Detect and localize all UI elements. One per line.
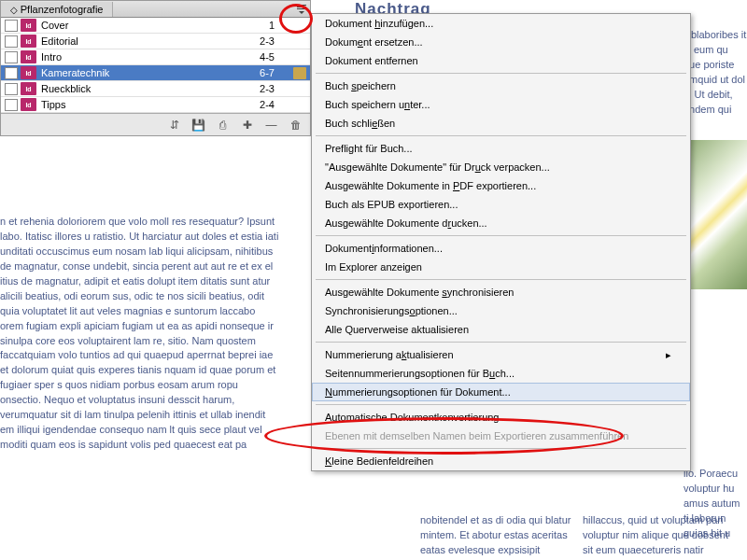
menu-item[interactable]: Ausgewählte Dokumente drucken...: [312, 214, 690, 232]
panel-context-menu: Dokument hinzufügen...Dokument ersetzen.…: [311, 13, 691, 471]
indesign-doc-icon: Id: [21, 82, 36, 95]
doc-pages: 6-7: [260, 67, 275, 78]
doc-name: Kameratechnik: [41, 67, 260, 78]
remove-icon[interactable]: —: [264, 118, 278, 132]
doc-open-icon: [293, 35, 306, 48]
menu-item[interactable]: Preflight für Buch...: [312, 139, 690, 158]
doc-row[interactable]: IdTipps2-4: [1, 97, 310, 113]
doc-row[interactable]: IdRueckblick2-3: [1, 81, 310, 97]
print-icon[interactable]: ⎙: [216, 118, 230, 132]
doc-open-icon: [293, 51, 306, 63]
doc-name: Rueckblick: [41, 83, 260, 94]
doc-pages: 2-3: [260, 35, 275, 47]
indesign-doc-icon: Id: [21, 98, 36, 111]
submenu-arrow-icon: ▸: [666, 349, 671, 361]
menu-item[interactable]: Kleine Bedienfeldreihen: [312, 452, 690, 470]
doc-name: Editorial: [41, 35, 260, 47]
menu-item[interactable]: Ausgewählte Dokumente in PDF exportieren…: [312, 176, 690, 195]
doc-name: Cover: [41, 20, 269, 31]
menu-item[interactable]: Buch speichern unter...: [312, 95, 690, 114]
menu-item[interactable]: "Ausgewählte Dokumente" für Druck verpac…: [312, 158, 690, 176]
doc-open-icon: [293, 20, 306, 32]
trash-icon[interactable]: 🗑: [289, 118, 303, 132]
menu-separator: [316, 235, 686, 236]
doc-row[interactable]: IdIntro4-5: [1, 49, 310, 65]
menu-separator: [316, 342, 686, 343]
panel-header: ◇ Pflanzenfotografie: [1, 1, 310, 18]
doc-name: Intro: [41, 51, 260, 63]
menu-item[interactable]: Dokument hinzufügen...: [312, 14, 690, 33]
add-icon[interactable]: ✚: [240, 118, 254, 132]
menu-item[interactable]: Nummerierung aktualisieren▸: [312, 345, 690, 364]
doc-checkbox-icon: [5, 67, 18, 79]
doc-checkbox-icon: [5, 20, 18, 32]
doc-row[interactable]: IdEditorial2-3: [1, 34, 310, 49]
panel-title: Pflanzenfotografie: [21, 4, 104, 15]
menu-item[interactable]: Dokumentinformationen...: [312, 239, 690, 258]
menu-item[interactable]: Ausgewählte Dokumente synchronisieren: [312, 283, 690, 301]
menu-separator: [316, 404, 686, 405]
menu-separator: [316, 135, 686, 136]
flower-image: [682, 140, 747, 289]
doc-checkbox-icon: [5, 51, 18, 63]
menu-item[interactable]: Seitennummerierungsoptionen für Buch...: [312, 364, 690, 383]
indesign-doc-icon: Id: [21, 66, 36, 79]
menu-separator: [316, 448, 686, 449]
doc-pages: 2-4: [260, 99, 275, 110]
menu-separator: [316, 279, 686, 280]
menu-item[interactable]: Buch schließen: [312, 114, 690, 133]
menu-item: Ebenen mit demselben Namen beim Exportie…: [312, 427, 690, 445]
menu-separator: [316, 73, 686, 74]
body-text-right-bottom: nobitendel et as di odia qui blatur mint…: [420, 513, 738, 560]
doc-open-icon: [293, 83, 306, 95]
doc-checkbox-icon: [5, 35, 18, 48]
menu-item[interactable]: Buch als EPUB exportieren...: [312, 195, 690, 214]
book-panel: ◇ Pflanzenfotografie IdCover1IdEditorial…: [0, 0, 311, 136]
menu-item[interactable]: Im Explorer anzeigen: [312, 258, 690, 276]
menu-item[interactable]: Dokument ersetzen...: [312, 33, 690, 51]
doc-pages: 2-3: [260, 83, 275, 94]
indesign-doc-icon: Id: [21, 50, 36, 63]
menu-item[interactable]: Alle Querverweise aktualisieren: [312, 320, 690, 339]
panel-tab[interactable]: ◇ Pflanzenfotografie: [1, 2, 113, 17]
indesign-doc-icon: Id: [21, 19, 36, 32]
sync-icon[interactable]: ⇵: [167, 118, 181, 132]
doc-checkbox-icon: [5, 83, 18, 95]
doc-name: Tipps: [41, 99, 260, 110]
panel-footer: ⇵ 💾 ⎙ ✚ — 🗑: [1, 113, 310, 135]
doc-open-icon: [293, 67, 306, 79]
menu-item[interactable]: Synchronisierungsoptionen...: [312, 301, 690, 320]
save-icon[interactable]: 💾: [191, 118, 205, 132]
doc-pages: 1: [269, 20, 275, 31]
menu-item[interactable]: Buch speichern: [312, 77, 690, 95]
menu-item[interactable]: Automatische Dokumentkonvertierung: [312, 408, 690, 427]
body-text-right-top: li blaboribes it lit eum qu que poriste …: [684, 28, 747, 118]
doc-row[interactable]: IdCover1: [1, 18, 310, 34]
document-list: IdCover1IdEditorial2-3IdIntro4-5IdKamera…: [1, 18, 310, 113]
menu-item[interactable]: Dokument entfernen: [312, 51, 690, 70]
panel-menu-button[interactable]: [293, 2, 310, 17]
doc-pages: 4-5: [260, 51, 275, 63]
menu-item[interactable]: Nummerierungsoptionen für Dokument...: [312, 383, 690, 401]
doc-checkbox-icon: [5, 99, 18, 111]
body-text-left: n et rehenia doloriorem que volo moll re…: [0, 215, 280, 453]
doc-open-icon: [293, 99, 306, 111]
doc-row[interactable]: IdKameratechnik6-7: [1, 65, 310, 81]
indesign-doc-icon: Id: [21, 35, 36, 48]
